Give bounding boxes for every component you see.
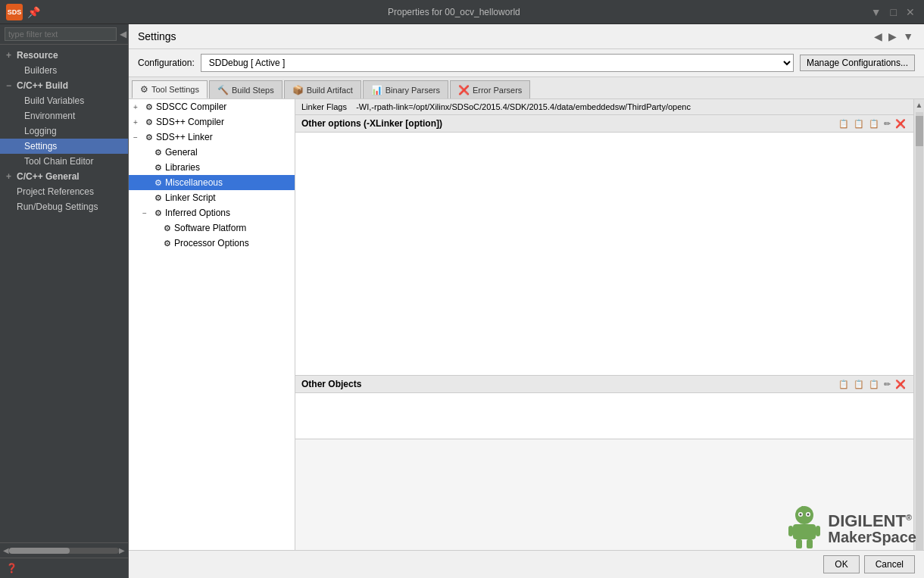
toggle-icon: + xyxy=(6,50,14,61)
delete-icon[interactable]: 📋 xyxy=(867,119,881,129)
other-options-icons: 📋 📋 📋 ✏ ❌ xyxy=(837,119,907,129)
sidebar-item-label: Project References xyxy=(17,186,94,197)
config-select[interactable]: SDDebug [ Active ] xyxy=(201,54,794,72)
app-logo: SDS xyxy=(6,4,23,20)
nav-tree: + Resource Builders − C/C++ Build Build … xyxy=(0,45,128,542)
move-down-icon[interactable]: ❌ xyxy=(894,380,907,389)
title-bar: SDS 📌 Properties for 00_ocv_helloworld ▼… xyxy=(0,0,924,24)
tab-tool-settings[interactable]: ⚙ Tool Settings xyxy=(132,80,208,98)
sidebar-item-environment[interactable]: Environment xyxy=(0,108,128,123)
tree-item-sdscc-compiler[interactable]: + ⚙ SDSCC Compiler xyxy=(129,99,295,114)
tab-bar: ⚙ Tool Settings 🔨 Build Steps 📦 Build Ar… xyxy=(129,77,924,99)
watermark-logo: DIGILENT® MakerSpace xyxy=(785,506,916,551)
back-arrow[interactable]: ◀ xyxy=(872,30,884,42)
window-title: Properties for 00_ocv_helloworld xyxy=(40,7,868,17)
sidebar-item-label: Run/Debug Settings xyxy=(17,202,98,212)
tree-item-label: Libraries xyxy=(165,162,200,173)
scroll-track[interactable] xyxy=(9,548,119,554)
other-options-label: Other options (-XLinker [option]) xyxy=(301,118,442,129)
sidebar-item-cpp-build[interactable]: − C/C++ Build xyxy=(0,78,128,93)
edit-icon[interactable]: 📋 xyxy=(852,119,866,129)
minimize-button[interactable]: ▼ xyxy=(868,6,885,18)
tree-item-libraries[interactable]: ⚙ Libraries xyxy=(129,160,295,175)
move-up-icon[interactable]: ✏ xyxy=(882,380,892,389)
scrollbar-track[interactable] xyxy=(916,112,923,565)
tree-item-label: Software Platform xyxy=(174,223,246,233)
sidebar-item-builders[interactable]: Builders xyxy=(0,63,128,78)
help-icon[interactable]: ❓ xyxy=(0,558,128,578)
move-up-icon[interactable]: ✏ xyxy=(882,119,892,129)
sidebar-item-resource[interactable]: + Resource xyxy=(0,48,128,63)
tree-item-label: SDS++ Linker xyxy=(156,132,213,142)
linker-flags-value: -WI,-rpath-link=/opt/Xilinx/SDSoC/2015.4… xyxy=(356,102,691,111)
add-icon[interactable]: 📋 xyxy=(837,380,851,389)
sidebar-item-label: Tool Chain Editor xyxy=(24,156,93,167)
move-down-icon[interactable]: ❌ xyxy=(894,119,907,129)
close-button[interactable]: ✕ xyxy=(903,6,918,18)
tab-build-artifact[interactable]: 📦 Build Artifact xyxy=(284,80,361,98)
sidebar-item-run-debug[interactable]: Run/Debug Settings xyxy=(0,199,128,214)
toggle-icon: − xyxy=(133,133,142,142)
filter-clear-icon[interactable]: ◀ xyxy=(120,29,126,39)
scroll-left-arrow[interactable]: ◀ xyxy=(3,546,9,555)
tab-error-parsers[interactable]: ❌ Error Parsers xyxy=(450,80,530,98)
scroll-up-arrow[interactable]: ▲ xyxy=(914,99,924,111)
tree-item-processor-options[interactable]: ⚙ Processor Options xyxy=(129,236,295,251)
pin-icon[interactable]: 📌 xyxy=(27,6,40,18)
sidebar-item-project-references[interactable]: Project References xyxy=(0,184,128,199)
sidebar-item-build-variables[interactable]: Build Variables xyxy=(0,93,128,108)
sidebar-item-settings[interactable]: Settings xyxy=(0,139,128,154)
sidebar-item-logging[interactable]: Logging xyxy=(0,123,128,139)
cancel-button[interactable]: Cancel xyxy=(864,555,915,573)
tab-label: Build Artifact xyxy=(307,86,353,95)
tab-label: Tool Settings xyxy=(151,85,199,94)
right-panel: Settings ◀ ▶ ▼ Configuration: SDDebug [ … xyxy=(129,24,924,578)
tree-item-label: SDSCC Compiler xyxy=(156,102,226,112)
tree-item-sdspp-linker[interactable]: − ⚙ SDS++ Linker xyxy=(129,130,295,145)
build-steps-icon: 🔨 xyxy=(217,85,229,95)
dropdown-arrow[interactable]: ▼ xyxy=(901,30,915,42)
bottom-scrollbar[interactable]: ◀ ▶ xyxy=(0,542,128,558)
tab-label: Build Steps xyxy=(232,86,274,95)
tab-build-steps[interactable]: 🔨 Build Steps xyxy=(209,80,283,98)
tab-label: Error Parsers xyxy=(473,86,522,95)
maximize-button[interactable]: □ xyxy=(888,6,900,18)
left-panel: ◀ + Resource Builders − C/C++ Build Buil… xyxy=(0,24,129,578)
forward-arrow[interactable]: ▶ xyxy=(887,30,898,42)
scrollbar-thumb[interactable] xyxy=(916,116,923,146)
sidebar-item-label: C/C++ General xyxy=(17,171,80,182)
tree-panel: + ⚙ SDSCC Compiler + ⚙ SDS++ Compiler − … xyxy=(129,99,295,578)
tree-item-inferred-options[interactable]: − ⚙ Inferred Options xyxy=(129,205,295,220)
title-bar-left: SDS 📌 xyxy=(6,4,40,20)
tab-binary-parsers[interactable]: 📊 Binary Parsers xyxy=(363,80,448,98)
tree-item-software-platform[interactable]: ⚙ Software Platform xyxy=(129,220,295,236)
sidebar-item-label: Environment xyxy=(24,111,75,121)
tree-item-label: Linker Script xyxy=(165,192,216,203)
tree-item-sdspp-compiler[interactable]: + ⚙ SDS++ Compiler xyxy=(129,114,295,130)
scroll-right-arrow[interactable]: ▶ xyxy=(119,546,125,555)
tree-item-miscellaneous[interactable]: ⚙ Miscellaneous xyxy=(129,175,295,190)
filter-bar: ◀ xyxy=(0,24,128,45)
sidebar-item-tool-chain-editor[interactable]: Tool Chain Editor xyxy=(0,154,128,169)
svg-point-4 xyxy=(807,514,810,516)
filter-input[interactable] xyxy=(5,27,117,41)
add-icon[interactable]: 📋 xyxy=(837,119,851,129)
robot-icon xyxy=(785,506,823,551)
other-objects-icons: 📋 📋 📋 ✏ ❌ xyxy=(837,380,907,389)
sidebar-item-cpp-general[interactable]: + C/C++ General xyxy=(0,169,128,184)
toggle-icon: + xyxy=(6,171,14,182)
svg-rect-8 xyxy=(788,526,793,536)
ok-button[interactable]: OK xyxy=(823,555,859,573)
tree-item-linker-script[interactable]: ⚙ Linker Script xyxy=(129,190,295,205)
delete-icon[interactable]: 📋 xyxy=(867,380,881,389)
scroll-thumb[interactable] xyxy=(9,548,70,554)
manage-configurations-button[interactable]: Manage Configurations... xyxy=(800,55,915,71)
svg-rect-5 xyxy=(793,524,816,539)
nav-arrows: ◀ ▶ ▼ xyxy=(872,30,915,42)
edit-icon[interactable]: 📋 xyxy=(852,380,866,389)
main-container: ◀ + Resource Builders − C/C++ Build Buil… xyxy=(0,24,924,578)
gear-icon: ⚙ xyxy=(164,239,171,248)
tree-item-general[interactable]: ⚙ General xyxy=(129,145,295,160)
other-objects-body xyxy=(295,393,913,439)
toggle-icon: − xyxy=(6,80,14,91)
